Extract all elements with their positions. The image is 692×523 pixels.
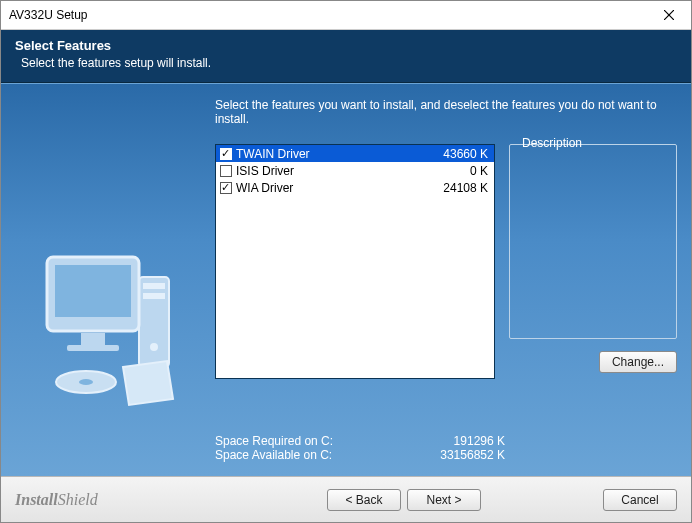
feature-name: ISIS Driver — [236, 164, 470, 178]
svg-rect-3 — [143, 283, 165, 289]
change-button[interactable]: Change... — [599, 351, 677, 373]
content-column: Select the features you want to install,… — [215, 92, 677, 462]
computer-icon — [31, 217, 191, 417]
feature-row[interactable]: TWAIN Driver43660 K — [216, 145, 494, 162]
feature-name: TWAIN Driver — [236, 147, 443, 161]
space-available-label: Space Available on C: — [215, 448, 415, 462]
description-legend: Description — [518, 136, 586, 150]
close-icon — [664, 10, 674, 20]
wizard-header: Select Features Select the features setu… — [1, 30, 691, 83]
svg-point-5 — [150, 343, 158, 351]
installshield-brand: InstallShield — [15, 491, 98, 509]
next-button[interactable]: Next > — [407, 489, 481, 511]
page-title: Select Features — [15, 38, 677, 53]
features-row: TWAIN Driver43660 KISIS Driver0 KWIA Dri… — [215, 144, 677, 420]
feature-row[interactable]: ISIS Driver0 K — [216, 162, 494, 179]
brand-part-a: Install — [15, 491, 58, 508]
brand-part-b: Shield — [58, 491, 98, 508]
setup-window: AV332U Setup Select Features Select the … — [0, 0, 692, 523]
feature-checkbox[interactable] — [220, 148, 232, 160]
footer-buttons: < Back Next > Cancel — [327, 489, 677, 511]
svg-rect-4 — [143, 293, 165, 299]
space-required-value: 191296 K — [415, 434, 505, 448]
feature-row[interactable]: WIA Driver24108 K — [216, 179, 494, 196]
feature-name: WIA Driver — [236, 181, 443, 195]
wizard-body: Select the features you want to install,… — [1, 83, 691, 476]
space-info: Space Required on C: 191296 K Space Avai… — [215, 434, 677, 462]
page-subtitle: Select the features setup will install. — [21, 56, 677, 70]
feature-list[interactable]: TWAIN Driver43660 KISIS Driver0 KWIA Dri… — [215, 144, 495, 379]
sidebar-art-column — [15, 92, 207, 462]
svg-rect-7 — [55, 265, 131, 317]
back-button[interactable]: < Back — [327, 489, 401, 511]
description-column: Description Change... — [509, 144, 677, 420]
svg-point-11 — [79, 379, 93, 385]
cancel-button[interactable]: Cancel — [603, 489, 677, 511]
feature-size: 24108 K — [443, 181, 488, 195]
feature-size: 0 K — [470, 164, 488, 178]
instructions-text: Select the features you want to install,… — [215, 98, 677, 126]
feature-size: 43660 K — [443, 147, 488, 161]
svg-rect-2 — [139, 277, 169, 367]
feature-checkbox[interactable] — [220, 182, 232, 194]
space-required-label: Space Required on C: — [215, 434, 415, 448]
svg-rect-9 — [67, 345, 119, 351]
window-title: AV332U Setup — [9, 8, 88, 22]
space-available-value: 33156852 K — [415, 448, 505, 462]
feature-checkbox[interactable] — [220, 165, 232, 177]
close-button[interactable] — [651, 4, 687, 26]
wizard-footer: InstallShield < Back Next > Cancel — [1, 476, 691, 522]
svg-rect-8 — [81, 333, 105, 345]
titlebar: AV332U Setup — [1, 1, 691, 30]
description-groupbox: Description — [509, 144, 677, 339]
